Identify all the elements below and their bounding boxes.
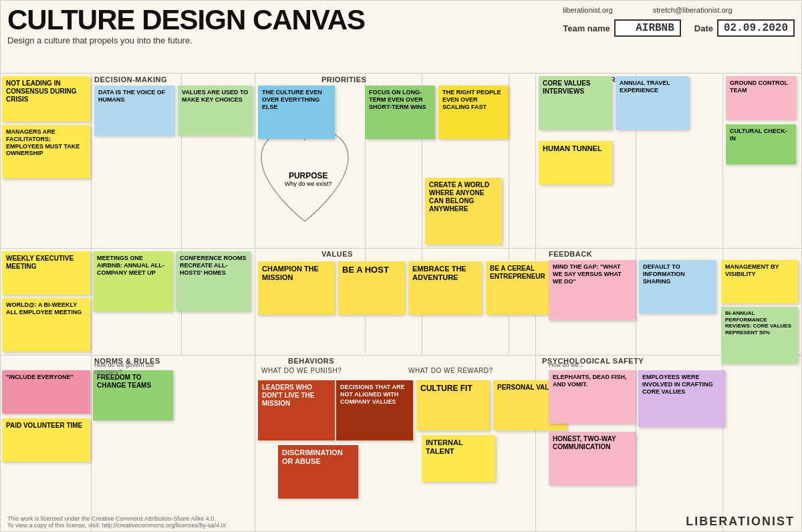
sticky-employees-crafting: EMPLOYEES WERE INVOLVED IN CRAFTING CORE… bbox=[638, 370, 725, 427]
subtitle: Design a culture that propels you into t… bbox=[7, 35, 795, 45]
sticky-freedom-change: FREEDOM TO CHANGE TEAMS bbox=[93, 370, 173, 420]
section-feedback: FEEDBACK bbox=[549, 250, 592, 258]
sticky-honest-two: HONEST, TWO-WAY COMMUNICATION bbox=[549, 432, 636, 485]
sticky-mgmt-visibility: MANAGEMENT BY VISIBILITY bbox=[721, 260, 798, 303]
team-label: Team name bbox=[563, 23, 610, 33]
sticky-conference: CONFERENCE ROOMS RECREATE ALL-HOSTS' HOM… bbox=[176, 251, 251, 311]
section-behaviors: BEHAVIORS bbox=[288, 357, 334, 365]
sticky-mind-gap: MIND THE GAP: "WHAT WE SAY VERSUS WHAT W… bbox=[549, 260, 636, 320]
sticky-right-people: THE RIGHT PEOPLE EVEN OVER SCALING FAST bbox=[438, 86, 509, 139]
sticky-include-everyone: "INCLUDE EVERYONE" bbox=[2, 370, 90, 414]
purpose-title: PURPOSE bbox=[285, 171, 332, 180]
sticky-core-values: CORE VALUES INTERVIEWS bbox=[539, 76, 612, 130]
sticky-not-leading: NOT LEADING IN CONSENSUS DURING CRISIS bbox=[2, 76, 90, 122]
sticky-annual-travel: ANNUAL TRAVEL EXPERIENCE bbox=[616, 76, 689, 130]
url1: liberationist.org bbox=[563, 6, 613, 14]
sticky-managers: MANAGERS ARE FACILITATORS; EMPLOYEES MUS… bbox=[2, 125, 90, 178]
sticky-embrace: EMBRACE THE ADVENTURE bbox=[408, 261, 482, 315]
sticky-data-voice: DATA IS THE VOICE OF HUMANS bbox=[94, 86, 174, 136]
url2: stretch@liberationist.org bbox=[653, 6, 732, 14]
reward-label: What do we reward? bbox=[408, 367, 493, 374]
sticky-leaders-dont: LEADERS WHO DON'T LIVE THE MISSION bbox=[258, 380, 335, 440]
sticky-meetings-one: MEETINGS ONE AIRBNB: ANNUAL ALL-COMPANY … bbox=[93, 251, 173, 311]
sticky-champion: CHAMPION THE MISSION bbox=[258, 261, 335, 315]
sticky-focus-longterm: FOCUS ON LONG-TERM EVEN OVER SHORT-TERM … bbox=[365, 86, 435, 139]
license-text: This work is licensed under the Creative… bbox=[7, 515, 226, 529]
date-field: Date 02.09.2020 bbox=[694, 19, 795, 37]
team-value: AIRBNB bbox=[614, 19, 681, 37]
sticky-decisions-not: DECISIONS THAT ARE NOT ALIGNED WITH COMP… bbox=[336, 380, 413, 440]
brand: LIBERATIONIST bbox=[686, 515, 795, 529]
header: CULTURE DESIGN CANVAS Design a culture t… bbox=[7, 6, 795, 45]
sticky-culture-fit: CULTURE FIT bbox=[416, 380, 490, 430]
sticky-cultural-checkin: CULTURAL CHECK-IN bbox=[726, 124, 796, 164]
sticky-discrimination: DISCRIMINATION OR ABUSE bbox=[278, 445, 358, 499]
urls: liberationist.org stretch@liberationist.… bbox=[563, 6, 795, 14]
purpose-text: PURPOSE Why do we exist? bbox=[285, 171, 332, 187]
sticky-paid-volunteer: PAID VOLUNTEER TIME bbox=[2, 418, 90, 462]
sticky-human-tunnel: HUMAN TUNNEL bbox=[539, 141, 612, 184]
section-values: VALUES bbox=[321, 250, 353, 258]
section-priorities: PRIORITIES bbox=[321, 76, 366, 84]
sticky-be-host: BE A HOST bbox=[338, 261, 405, 315]
sticky-values-choices: VALUES ARE USED TO MAKE KEY CHOICES bbox=[178, 86, 253, 136]
footer: This work is licensed under the Creative… bbox=[7, 515, 795, 529]
date-label: Date bbox=[694, 23, 713, 33]
sticky-ground-control: GROUND CONTROL TEAM bbox=[726, 76, 796, 120]
purpose-why: Why do we exist? bbox=[285, 180, 332, 187]
team-field: Team name AIRBNB bbox=[563, 19, 681, 37]
date-value: 02.09.2020 bbox=[717, 19, 795, 37]
sticky-culture-everything: THE CULTURE EVEN OVER EVERYTHING ELSE bbox=[258, 86, 335, 139]
sticky-internal-talent: INTERNAL TALENT bbox=[422, 435, 495, 482]
team-date: Team name AIRBNB Date 02.09.2020 bbox=[563, 19, 795, 37]
sticky-elephants: ELEPHANTS, DEAD FISH, AND VOMIT. bbox=[549, 370, 636, 424]
canvas: CULTURE DESIGN CANVAS Design a culture t… bbox=[0, 0, 802, 532]
sticky-create-world: CREATE A WORLD WHERE ANYONE CAN BELONG A… bbox=[425, 178, 502, 245]
header-right: liberationist.org stretch@liberationist.… bbox=[563, 6, 795, 37]
norms-subnote: How do we govern ourcompany? bbox=[94, 362, 154, 375]
psych-subnote: How do we... bbox=[549, 362, 583, 368]
sticky-bi-annual: BI-ANNUAL PERFORMANCE REVIEWS: CORE VALU… bbox=[721, 307, 798, 364]
sticky-default-info: DEFAULT TO INFORMATION SHARING bbox=[639, 260, 716, 313]
section-decision: DECISION-MAKING bbox=[94, 76, 167, 84]
sticky-world-at: WORLD@: A BI-WEEKLY ALL EMPLOYEE MEETING bbox=[2, 298, 90, 352]
sticky-weekly-exec: WEEKLY EXECUTIVE MEETING bbox=[2, 251, 90, 295]
punish-label: What do we punish? bbox=[261, 367, 342, 374]
